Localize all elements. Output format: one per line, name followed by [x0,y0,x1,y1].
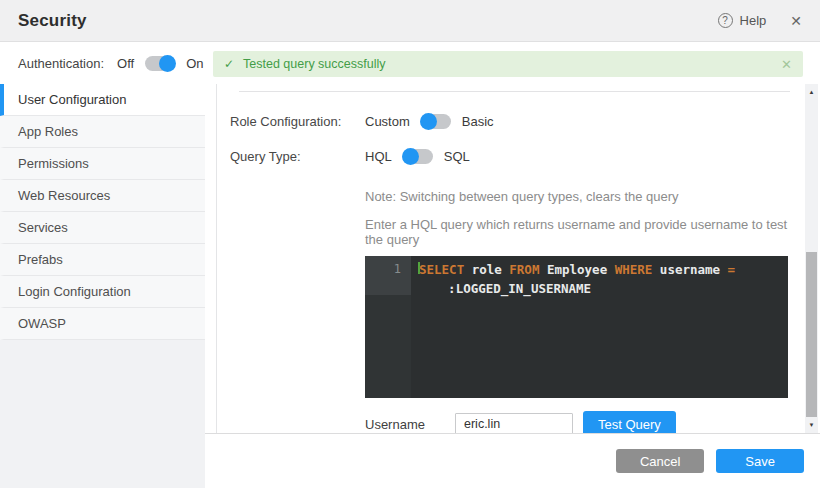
role-configuration-label: Role Configuration: [230,114,365,129]
top-divider [239,91,790,92]
sidebar-item-label: Web Resources [18,188,110,203]
query-code-area[interactable]: SELECT role FROM Employee WHERE username… [411,256,788,398]
username-label: Username [365,417,455,432]
page-title: Security [18,11,87,31]
sidebar-item-label: Prefabs [18,252,63,267]
sidebar-item-web-resources[interactable]: Web Resources [0,180,205,212]
scroll-up-arrow-icon[interactable]: ▲ [805,86,818,98]
vertical-scrollbar[interactable]: ▲ ▼ [805,84,818,433]
scrollbar-thumb[interactable] [806,252,817,417]
sidebar-item-user-configuration[interactable]: User Configuration [0,84,205,116]
titlebar-actions: ? Help ✕ [718,13,802,28]
query-instruction: Enter a HQL query which returns username… [365,217,803,247]
content-panel: Role Configuration: Custom Basic Query T… [205,84,820,433]
sidebar-item-owasp[interactable]: OWASP [0,308,205,340]
authentication-label: Authentication: [18,56,104,71]
editor-gutter: 1 [365,256,411,398]
query-type-row: Query Type: HQL SQL [230,144,803,168]
editor-line-number: 1 [365,256,411,295]
content-column: Role Configuration: Custom Basic Query T… [205,84,820,488]
sidebar-item-label: User Configuration [18,92,126,107]
authentication-on-label: On [186,56,203,71]
role-basic-label: Basic [462,114,494,129]
test-query-button[interactable]: Test Query [583,411,676,433]
query-sql-label: SQL [444,149,470,164]
query-editor: 1 SELECT role FROM Employee WHERE userna… [365,256,788,398]
security-dialog: Security ? Help ✕ Authentication: Off On… [0,0,820,488]
sidebar-item-prefabs[interactable]: Prefabs [0,244,205,276]
scroll-down-arrow-icon[interactable]: ▼ [805,419,818,431]
dialog-body: User Configuration App Roles Permissions… [0,84,820,488]
close-icon[interactable]: ✕ [790,14,802,28]
username-test-row: Username Test Query [365,411,803,433]
sidebar-item-login-configuration[interactable]: Login Configuration [0,276,205,308]
help-label: Help [740,13,767,28]
authentication-toggle[interactable] [145,56,175,71]
sidebar-item-label: App Roles [18,124,78,139]
success-banner: ✓ Tested query successfully ✕ [213,51,803,77]
sidebar-item-permissions[interactable]: Permissions [0,148,205,180]
authentication-off-label: Off [117,56,134,71]
sidebar-item-label: OWASP [18,316,66,331]
toggle-knob [159,55,176,72]
query-type-note: Note: Switching between query types, cle… [365,189,803,204]
role-configuration-row: Role Configuration: Custom Basic [230,109,803,133]
sidebar-item-label: Permissions [18,156,89,171]
role-configuration-toggle[interactable] [421,114,451,129]
code-line: SELECT role FROM Employee WHERE username… [418,260,788,279]
sidebar-item-app-roles[interactable]: App Roles [0,116,205,148]
sidebar-item-label: Services [18,220,68,235]
role-configuration-toggle-group: Custom Basic [365,114,494,129]
content-scroll-area: Role Configuration: Custom Basic Query T… [216,84,803,433]
dialog-footer: Cancel Save [205,433,820,488]
code-line: :LOGGED_IN_USERNAME [418,279,788,298]
query-hql-label: HQL [365,149,392,164]
dialog-header: Security ? Help ✕ [0,0,820,42]
cancel-button[interactable]: Cancel [616,449,704,473]
help-icon: ? [718,13,733,28]
save-button[interactable]: Save [716,449,804,473]
query-type-label: Query Type: [230,149,365,164]
username-input[interactable] [455,413,573,434]
success-check-icon: ✓ [224,57,234,71]
query-type-toggle-group: HQL SQL [365,149,470,164]
authentication-bar: Authentication: Off On ✓ Tested query su… [0,42,820,84]
toggle-knob [420,113,437,130]
role-custom-label: Custom [365,114,410,129]
sidebar-nav: User Configuration App Roles Permissions… [0,84,205,488]
success-banner-text: Tested query successfully [243,57,385,71]
help-button[interactable]: ? Help [718,13,767,28]
banner-close-icon[interactable]: ✕ [781,58,792,71]
sidebar-item-services[interactable]: Services [0,212,205,244]
sidebar-item-label: Login Configuration [18,284,131,299]
toggle-knob [402,148,419,165]
query-type-toggle[interactable] [403,149,433,164]
